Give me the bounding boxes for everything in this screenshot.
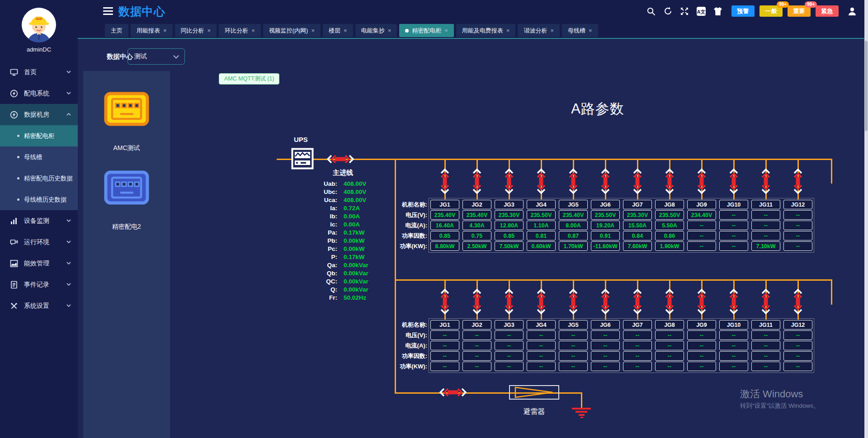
voltage-cell: -- (751, 330, 780, 340)
fullscreen-icon[interactable] (679, 6, 689, 16)
chevron-down-icon (66, 302, 71, 310)
tab-close-icon[interactable]: × (208, 27, 211, 34)
alarm-button-预警[interactable]: 预警 (731, 5, 755, 17)
search-icon[interactable] (646, 6, 656, 16)
vertical-scrollbar[interactable] (864, 0, 868, 438)
branch-arrow-JG11 (761, 280, 771, 320)
ups-icon[interactable] (291, 148, 314, 170)
cabinet-name-cell: JG10 (719, 320, 748, 330)
header-actions: A文 预警一般99+重要99+紧急 (646, 0, 857, 22)
cabinet-name-cell: JG11 (751, 200, 780, 209)
table-row-label: 机柜名称: (400, 320, 427, 330)
tab-close-icon[interactable]: × (311, 27, 315, 34)
tab-母线槽[interactable]: 母线槽× (562, 24, 598, 37)
sidebar-item-设备监测[interactable]: 设备监测 (0, 210, 78, 231)
tab-视频监控(内网)[interactable]: 视频监控(内网)× (263, 24, 321, 37)
power-cell: -- (687, 241, 716, 251)
measurement-label: Ia: (289, 205, 337, 212)
tab-close-icon[interactable]: × (444, 27, 448, 34)
feeder-measurements: Uab:408.00VUbc:408.00VUca:408.00VIa:0.72… (289, 179, 368, 301)
measurement-label: Fr: (289, 294, 337, 301)
translate-icon[interactable]: A文 (696, 6, 706, 16)
device-tag[interactable]: AMC MQTT测试 (1) (219, 73, 279, 85)
tab-close-icon[interactable]: × (251, 27, 255, 34)
wire-bus-top-stub (831, 159, 832, 184)
measurement-value: 0.17kW (344, 254, 365, 260)
scrollbar-thumb[interactable] (865, 41, 868, 131)
app-title: 数据中心 (118, 4, 165, 19)
tab-close-icon[interactable]: × (344, 27, 347, 34)
current-cell: 1.10A (527, 221, 556, 230)
measurement-label: Q: (289, 286, 337, 293)
tab-谐波分析[interactable]: 谐波分析× (518, 24, 560, 37)
datacenter-select[interactable]: 测试 (127, 48, 185, 65)
power-cell: 2.50kW (462, 241, 491, 251)
sidebar-item-运行环境[interactable]: 运行环境 (0, 231, 78, 253)
sidebar-item-数据机房[interactable]: 数据机房 (0, 104, 78, 125)
measurement-value: 408.00V (344, 188, 366, 195)
tab-close-icon[interactable]: × (550, 27, 554, 34)
tab-label: 同比分析 (181, 27, 204, 35)
sidebar-item-首页[interactable]: 首页 (0, 61, 78, 83)
voltage-cell: 235.40V (462, 210, 491, 220)
sidebar-item-事件记录[interactable]: 事件记录 (0, 274, 78, 295)
power_factor-cell: 0.87 (559, 231, 588, 240)
tab-精密配电柜[interactable]: 精密配电柜× (399, 24, 454, 37)
power-cell: -- (719, 241, 748, 251)
alarm-button-紧急[interactable]: 紧急 (816, 5, 839, 17)
alarm-button-重要[interactable]: 重要99+ (788, 5, 811, 17)
tab-close-icon[interactable]: × (589, 27, 592, 34)
sidebar-item-母线槽[interactable]: 母线槽 (0, 146, 78, 168)
device-label: 精密配电2 (112, 223, 141, 231)
feeder-title: 主进线 (333, 169, 353, 177)
tab-同比分析[interactable]: 同比分析× (175, 24, 217, 37)
device-AMC测试[interactable]: AMC测试 (104, 92, 149, 152)
current-cell: 4.30A (462, 221, 491, 230)
sidebar-item-精密配电柜[interactable]: 精密配电柜 (0, 125, 78, 146)
sidebar-item-label: 设备监测 (24, 217, 66, 225)
sidebar: Acrel adminDC 首页配电系统数据机房精密配电柜母线槽精密配电历史数据… (0, 0, 78, 438)
tab-环比分析[interactable]: 环比分析× (219, 24, 261, 37)
tab-楼层[interactable]: 楼层× (323, 24, 353, 37)
cabinet-name-cell: JG2 (462, 200, 491, 209)
measurement-row: Ic:0.00A (289, 220, 368, 228)
tab-close-icon[interactable]: × (506, 27, 510, 34)
voltage-cell: -- (783, 210, 812, 220)
tab-电能集抄[interactable]: 电能集抄× (355, 24, 397, 37)
branch-arrow-JG8 (665, 160, 675, 199)
table-grid: JG1JG2JG3JG4JG5JG6JG7JG8JG9JG10JG11JG12-… (429, 318, 814, 373)
table-row-label: 功率因数: (400, 351, 427, 361)
sidebar-item-配电系统[interactable]: 配电系统 (0, 83, 78, 104)
tab-label: 谐波分析 (524, 27, 547, 35)
device-精密配电2[interactable]: 精密配电2 (104, 170, 149, 231)
tab-close-icon[interactable]: × (388, 27, 392, 34)
theme-icon[interactable] (713, 6, 723, 16)
tab-label: 精密配电柜 (412, 27, 441, 35)
branch-arrow-JG7 (632, 280, 642, 320)
breaker-icon-bottom (439, 387, 467, 397)
power-cell: -- (687, 362, 716, 371)
menu-toggle-icon[interactable] (103, 7, 113, 15)
tab-用能及电费报表[interactable]: 用能及电费报表× (456, 24, 516, 37)
measurement-label: Qb: (289, 270, 337, 277)
power-cell: -- (527, 362, 556, 371)
tab-主页[interactable]: 主页 (105, 24, 128, 37)
current-cell: -- (655, 341, 684, 350)
svg-text:Acrel: Acrel (36, 18, 42, 20)
branch-arrow-JG1 (440, 280, 450, 320)
sidebar-item-母线槽历史数据[interactable]: 母线槽历史数据 (0, 189, 78, 210)
sidebar-item-精密配电历史数据[interactable]: 精密配电历史数据 (0, 168, 78, 189)
power_factor-cell: -- (462, 351, 491, 361)
alarm-button-一般[interactable]: 一般99+ (760, 5, 783, 17)
cabinet-name-cell: JG3 (495, 200, 524, 209)
user-icon[interactable] (847, 6, 857, 16)
user-avatar[interactable]: Acrel (21, 7, 57, 42)
tab-close-icon[interactable]: × (163, 27, 167, 34)
sidebar-item-系统设置[interactable]: 系统设置 (0, 295, 78, 316)
ground-icon (580, 417, 583, 418)
tab-用能报表[interactable]: 用能报表× (131, 24, 173, 37)
measurement-row: Fr:50.02Hz (289, 293, 368, 301)
refresh-icon[interactable] (663, 6, 673, 16)
sidebar-item-能效管理[interactable]: 能效管理 (0, 253, 78, 274)
measurement-row: Uab:408.00V (289, 179, 368, 188)
